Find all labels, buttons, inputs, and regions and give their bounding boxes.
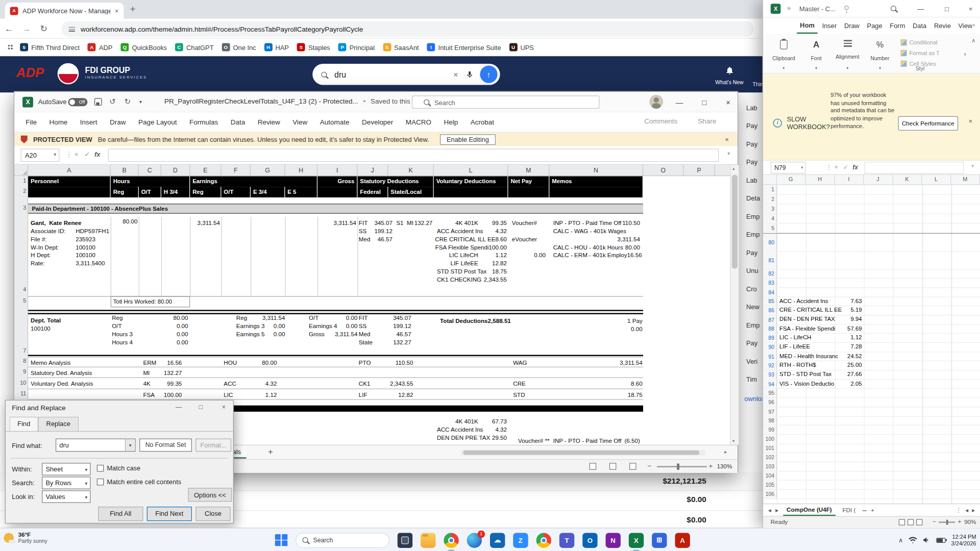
excel-search[interactable]: Search xyxy=(412,95,599,109)
vertical-scrollbar[interactable]: ▴ ▾ xyxy=(730,165,739,445)
tabs-overflow-icon[interactable]: › xyxy=(973,21,975,28)
zoom-out-icon[interactable]: − xyxy=(933,518,936,524)
menu-tab[interactable]: Acrobat xyxy=(464,112,500,131)
find-what-input[interactable]: dru▾ xyxy=(56,439,136,452)
spreadsheet-row[interactable]: 101 xyxy=(763,444,980,453)
spreadsheet-row[interactable]: 94 VIS - Vision Deductio 2.05 xyxy=(763,380,980,389)
row-number[interactable]: 9 xyxy=(14,368,26,374)
row-number[interactable]: 94 xyxy=(763,380,777,388)
bookmark-item[interactable]: C ChatGPT xyxy=(175,43,214,51)
column-header[interactable]: K xyxy=(388,165,433,176)
bookmark-item[interactable]: S SaasAnt xyxy=(383,43,419,51)
bookmark-item[interactable]: P Principal xyxy=(338,43,375,51)
spreadsheet-row[interactable]: 3 xyxy=(763,204,980,214)
spreadsheet-row[interactable]: 103 xyxy=(763,462,980,471)
row-number[interactable]: 90 xyxy=(763,343,777,352)
row-number[interactable]: 105 xyxy=(763,481,777,489)
wifi-icon[interactable] xyxy=(909,536,917,544)
spreadsheet-row[interactable]: 105 xyxy=(763,481,980,490)
employee-name[interactable]: Gant, Kate Renee xyxy=(31,219,82,227)
maximize-button[interactable]: □ xyxy=(693,92,717,112)
column-header[interactable]: D xyxy=(161,165,190,176)
sheet-scroll-left-icon[interactable]: ◂ xyxy=(768,507,771,513)
search-submit-button[interactable]: ↑ xyxy=(480,66,497,83)
ribbon-tab[interactable]: Form xyxy=(887,18,908,33)
menu-tab[interactable]: Formulas xyxy=(183,112,225,131)
row-number[interactable]: 5 xyxy=(763,223,777,233)
spreadsheet-row[interactable]: 97 xyxy=(763,407,980,416)
dialog-close-icon[interactable]: × xyxy=(222,404,226,410)
spreadsheet-row[interactable]: 95 xyxy=(763,389,980,398)
style-button[interactable]: Conditional xyxy=(900,37,963,47)
page-break-view-icon[interactable] xyxy=(629,463,636,469)
normal-view-icon[interactable] xyxy=(899,519,905,525)
menu-tab[interactable]: Page Layout xyxy=(132,112,183,131)
search-icon[interactable] xyxy=(891,6,896,11)
row-number[interactable]: 85 xyxy=(763,297,777,306)
formula-bar-dots-icon[interactable]: ⋮ xyxy=(66,151,72,159)
chrome-icon[interactable] xyxy=(444,533,458,547)
column-header[interactable]: O xyxy=(643,165,684,176)
row-number[interactable]: 93 xyxy=(763,370,777,379)
spreadsheet-row[interactable]: 96 xyxy=(763,398,980,407)
menu-tab[interactable]: Draw xyxy=(104,112,132,131)
hours-cell[interactable]: 80.00 xyxy=(111,218,138,226)
close-button[interactable]: Close xyxy=(195,507,231,521)
right-spreadsheet-grid[interactable]: 1 2 3 4 xyxy=(763,185,980,503)
column-header[interactable]: J xyxy=(357,165,388,176)
redo-icon[interactable]: ↻ xyxy=(125,97,131,106)
row-number[interactable]: 2 xyxy=(763,194,777,204)
row-number[interactable]: 86 xyxy=(763,306,777,315)
scrollbar-thumb[interactable] xyxy=(732,175,738,269)
tab-close-icon[interactable]: × xyxy=(115,7,119,14)
scroll-down-icon[interactable]: ▾ xyxy=(732,439,734,444)
add-sheet-button[interactable]: + xyxy=(871,507,874,513)
column-header[interactable]: L xyxy=(434,165,508,176)
column-header[interactable]: M xyxy=(508,165,550,176)
column-header[interactable]: F xyxy=(221,165,251,176)
row-number[interactable]: 96 xyxy=(763,398,777,407)
quick-access-caret-icon[interactable]: ▾ xyxy=(139,99,142,105)
sheets-icon[interactable]: ⊞ xyxy=(652,533,667,547)
row-number[interactable]: 3 xyxy=(14,205,26,211)
find-all-button[interactable]: Find All xyxy=(98,507,143,521)
volume-icon[interactable] xyxy=(922,536,930,544)
row-number[interactable]: 106 xyxy=(763,490,777,498)
row-number[interactable]: 83 xyxy=(763,279,777,287)
name-box-caret-icon[interactable]: ▾ xyxy=(54,152,56,158)
row-number[interactable]: 99 xyxy=(763,425,777,434)
menu-tab[interactable]: File xyxy=(19,112,43,131)
acrobat-icon[interactable]: A xyxy=(675,533,690,547)
ribbon-collapse-icon[interactable]: ∧ xyxy=(971,37,975,43)
outlook-icon[interactable]: O xyxy=(582,533,597,547)
column-header[interactable]: B xyxy=(111,165,139,176)
zoom-slider-thumb[interactable] xyxy=(946,520,948,525)
ribbon-tab[interactable]: Auto xyxy=(977,18,980,33)
spreadsheet-row[interactable]: 81 xyxy=(763,252,980,270)
select-all-corner[interactable] xyxy=(14,165,28,176)
tab-replace[interactable]: Replace xyxy=(38,417,79,431)
row-number[interactable]: 80 xyxy=(763,233,777,251)
sheet-scroll-right-icon[interactable]: ▸ xyxy=(775,507,778,513)
site-settings-icon[interactable] xyxy=(69,27,75,32)
scroll-right-icon[interactable]: ▸ xyxy=(972,507,975,513)
row-number[interactable]: 11 xyxy=(14,390,26,396)
task-view-icon[interactable] xyxy=(398,533,412,547)
row-number[interactable]: 2 xyxy=(14,188,26,194)
onenote-icon[interactable]: N xyxy=(606,533,621,547)
page-layout-view-icon[interactable] xyxy=(609,463,616,469)
analysis-row[interactable]: Voluntary Ded. Analysis 4K99.35 ACC4.32 … xyxy=(28,378,643,389)
analysis-row[interactable]: Statutory Ded. Analysis MI132.27 xyxy=(28,367,643,378)
spreadsheet-row[interactable]: 82 xyxy=(763,269,980,279)
select-all-corner[interactable] xyxy=(763,175,776,184)
back-button[interactable]: ← xyxy=(0,23,17,34)
zoom-in-icon[interactable]: + xyxy=(958,518,961,524)
new-tab-button[interactable]: + xyxy=(130,4,136,14)
edge-icon[interactable]: 1 xyxy=(467,533,482,547)
row-number[interactable]: 87 xyxy=(763,315,777,324)
style-button[interactable]: Format as T xyxy=(900,47,963,58)
menu-tab[interactable]: Help xyxy=(437,112,464,131)
row-number[interactable]: 97 xyxy=(763,407,777,416)
cancel-icon[interactable]: × xyxy=(835,164,838,170)
enter-icon[interactable]: ✓ xyxy=(843,164,848,170)
